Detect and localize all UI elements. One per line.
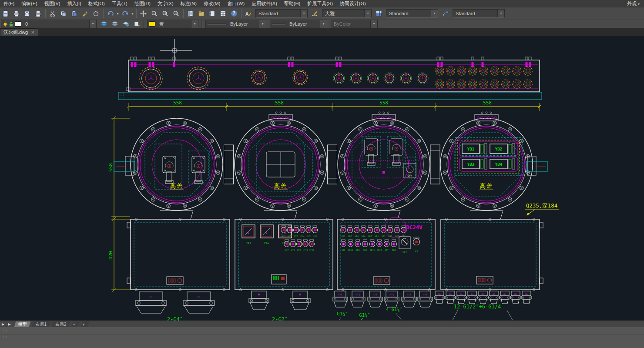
menu-insert[interactable]: 插入(I) <box>64 0 84 7</box>
bolt-icon <box>288 205 289 207</box>
led-digit <box>171 279 173 282</box>
print-button[interactable] <box>22 9 32 18</box>
undo-dropdown-arrow-icon[interactable]: ▾ <box>116 12 120 16</box>
menu-edit[interactable]: 编辑(E) <box>18 0 41 7</box>
gland-label: 2-G4″ <box>167 316 183 321</box>
menu-view[interactable]: 视图(V) <box>41 0 64 7</box>
drawing-area[interactable]: 558 558 558 558 558 420 <box>0 36 644 321</box>
dim-text: 558 <box>483 100 492 106</box>
port-bolt <box>376 80 377 81</box>
plot-button[interactable] <box>33 9 43 18</box>
dim-text: 558 <box>108 163 114 172</box>
save-button[interactable] <box>0 9 10 18</box>
print-preview-button[interactable] <box>11 9 21 18</box>
dropdown-arrow-icon[interactable]: ▾ <box>300 10 307 17</box>
menu-window[interactable]: 窗口(W) <box>224 0 248 7</box>
command-window[interactable]: ⋮⋮ ⋮⋮ <box>0 327 644 348</box>
gland-flange <box>368 297 382 301</box>
redo-dropdown-arrow-icon[interactable]: ▾ <box>131 12 134 16</box>
table-style-combo[interactable]: Standard ▾ <box>386 9 438 18</box>
redo-button[interactable] <box>120 9 130 18</box>
layer-states-button[interactable] <box>110 19 120 29</box>
cut-button[interactable] <box>47 9 57 18</box>
close-tab-icon[interactable]: ✕ <box>31 30 34 35</box>
gland-bolt <box>468 297 470 298</box>
dropdown-arrow-icon[interactable]: ▾ <box>497 10 504 17</box>
zoom-previous-button[interactable] <box>171 9 181 18</box>
menu-dimension[interactable]: 标注(N) <box>177 0 200 7</box>
dropdown-arrow-icon[interactable]: ▾ <box>89 20 96 28</box>
format-painter-button[interactable] <box>80 9 90 18</box>
mleader-style-tool[interactable] <box>440 9 450 18</box>
help-button[interactable]: ? <box>229 9 239 18</box>
zoom-realtime-button[interactable] <box>149 9 159 18</box>
menu-draw[interactable]: 绘图(D) <box>131 0 154 7</box>
layer-previous-button[interactable] <box>131 19 141 29</box>
lamp-label: HG3 <box>402 235 406 238</box>
dropdown-arrow-icon[interactable]: ▾ <box>320 20 327 28</box>
quickcalc-button[interactable] <box>218 9 228 18</box>
menu-collab[interactable]: 协同设计(G) <box>336 0 369 7</box>
dropdown-arrow-icon[interactable]: ▾ <box>431 10 438 17</box>
dropdown-arrow-icon[interactable]: ▾ <box>259 20 266 28</box>
menu-modify[interactable]: 修改(M) <box>200 0 224 7</box>
bolt-icon <box>211 187 212 188</box>
pan-button[interactable] <box>138 9 148 18</box>
properties-button[interactable] <box>185 9 195 18</box>
dropdown-arrow-icon[interactable]: ▾ <box>364 10 371 17</box>
text-style-icon: A <box>245 10 252 17</box>
lamp-lens <box>369 229 371 231</box>
command-history[interactable]: ⋮⋮ <box>0 327 644 335</box>
linetype-combo[interactable]: ByLayer ▾ <box>205 20 266 28</box>
tool-palettes-button[interactable] <box>207 9 217 18</box>
dim-style-combo[interactable]: 大雅 ▾ <box>322 9 372 18</box>
bolt-icon <box>374 121 377 125</box>
text-style-combo[interactable]: Standard ▾ <box>255 9 308 18</box>
dim-text: 558 <box>275 100 284 106</box>
y-symbol <box>460 71 462 72</box>
regen-button[interactable] <box>91 9 101 18</box>
layer-isolate-button[interactable] <box>121 19 131 29</box>
new-layout-button[interactable]: + <box>71 321 80 327</box>
menu-file[interactable]: 件(F) <box>0 0 18 7</box>
file-tab[interactable]: 沃尔姆.dwg ✕ <box>0 28 38 36</box>
zoom-window-button[interactable] <box>160 9 170 18</box>
y-symbol <box>372 78 373 79</box>
bolt-icon <box>151 198 155 201</box>
bolt-icon <box>348 187 349 188</box>
command-input[interactable]: ⋮⋮ <box>0 335 644 348</box>
menu-help[interactable]: 帮助(H) <box>281 0 304 7</box>
layer-combo[interactable]: 0 ▾ <box>1 20 97 28</box>
dim-style-tool[interactable] <box>310 9 320 18</box>
layout-list-button[interactable]: ▾ <box>81 321 90 327</box>
drag-grip-icon[interactable]: ⋮⋮ <box>1 335 7 340</box>
menu-tools[interactable]: 工具(T) <box>108 0 131 7</box>
dropdown-arrow-icon[interactable]: ▾ <box>191 20 198 28</box>
menu-express[interactable]: 扩展工具(S) <box>304 0 336 7</box>
text-style-tool[interactable]: A <box>243 9 253 18</box>
copy-button[interactable] <box>58 9 68 18</box>
tab-layout1[interactable]: 布局1 <box>31 321 50 327</box>
stud-bolt-icon <box>148 57 151 60</box>
layout-nav-first-icon[interactable]: ▶ <box>0 322 6 326</box>
dc-label: DC24V <box>406 224 423 231</box>
color-combo[interactable]: 黄 ▾ <box>147 20 198 28</box>
table-style-tool[interactable] <box>374 9 384 18</box>
drag-grip-icon[interactable]: ⋮⋮ <box>1 328 7 332</box>
tab-model[interactable]: 模型 <box>14 321 30 327</box>
undo-button[interactable] <box>105 9 115 18</box>
layer-properties-button[interactable] <box>99 19 109 29</box>
paste-button[interactable] <box>69 9 79 18</box>
layout-nav-last-icon[interactable]: ▶| <box>6 322 13 326</box>
lamp-cap <box>313 226 317 228</box>
cover-octagon <box>352 133 416 196</box>
lineweight-combo[interactable]: ByLayer ▾ <box>270 20 327 28</box>
menu-format[interactable]: 格式(O) <box>85 0 108 7</box>
mleader-style-combo[interactable]: Standard ▾ <box>453 9 505 18</box>
menu-text[interactable]: 文字(X) <box>154 0 177 7</box>
designcenter-button[interactable] <box>196 9 206 18</box>
menu-apps[interactable]: 应用软件(A) <box>248 0 281 7</box>
tab-layout2[interactable]: 布局2 <box>51 321 70 327</box>
appearance-menu[interactable]: 外观 ▾ <box>623 0 644 7</box>
drawing-canvas[interactable]: 558 558 558 558 558 420 <box>0 36 644 321</box>
